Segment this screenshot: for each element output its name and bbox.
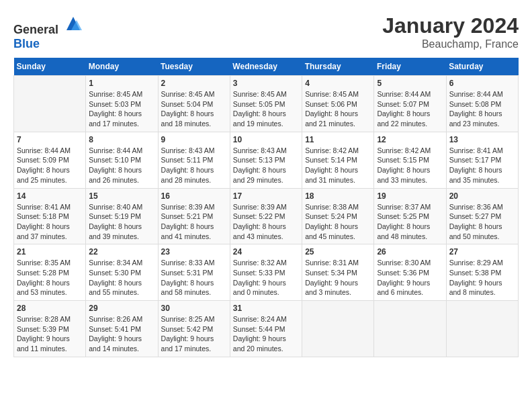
day-info: Sunrise: 8:25 AMSunset: 5:42 PMDaylight:… — [161, 314, 227, 354]
day-number: 14 — [17, 191, 83, 201]
calendar-cell: 4Sunrise: 8:45 AMSunset: 5:06 PMDaylight… — [302, 76, 374, 132]
calendar-week-3: 14Sunrise: 8:41 AMSunset: 5:18 PMDayligh… — [14, 188, 519, 244]
day-number: 15 — [89, 191, 154, 201]
calendar-cell: 23Sunrise: 8:33 AMSunset: 5:31 PMDayligh… — [158, 244, 230, 301]
day-info: Sunrise: 8:38 AMSunset: 5:24 PMDaylight:… — [305, 202, 371, 242]
logo: General Blue — [13, 13, 83, 51]
day-number: 10 — [233, 135, 299, 144]
calendar-cell: 20Sunrise: 8:36 AMSunset: 5:27 PMDayligh… — [446, 188, 518, 244]
day-info: Sunrise: 8:42 AMSunset: 5:15 PMDaylight:… — [377, 146, 443, 185]
page-header: General Blue January 2024 Beauchamp, Fra… — [13, 13, 519, 51]
calendar-cell: 17Sunrise: 8:39 AMSunset: 5:22 PMDayligh… — [230, 188, 302, 244]
day-number: 6 — [449, 79, 515, 88]
day-info: Sunrise: 8:45 AMSunset: 5:05 PMDaylight:… — [233, 89, 299, 129]
day-number: 29 — [89, 304, 154, 313]
calendar-week-2: 7Sunrise: 8:44 AMSunset: 5:09 PMDaylight… — [14, 132, 519, 188]
header-friday: Friday — [374, 58, 446, 76]
calendar-cell: 31Sunrise: 8:24 AMSunset: 5:44 PMDayligh… — [230, 301, 302, 357]
day-info: Sunrise: 8:43 AMSunset: 5:11 PMDaylight:… — [161, 146, 227, 185]
day-number: 26 — [377, 247, 443, 257]
calendar-cell: 30Sunrise: 8:25 AMSunset: 5:42 PMDayligh… — [158, 301, 230, 357]
calendar-cell: 12Sunrise: 8:42 AMSunset: 5:15 PMDayligh… — [374, 132, 446, 188]
calendar-cell: 16Sunrise: 8:39 AMSunset: 5:21 PMDayligh… — [158, 188, 230, 244]
calendar-cell: 14Sunrise: 8:41 AMSunset: 5:18 PMDayligh… — [14, 188, 86, 244]
logo-icon — [63, 13, 83, 34]
calendar-cell: 6Sunrise: 8:44 AMSunset: 5:08 PMDaylight… — [446, 76, 518, 132]
page-title: January 2024 — [382, 13, 519, 38]
day-info: Sunrise: 8:39 AMSunset: 5:21 PMDaylight:… — [161, 202, 227, 242]
calendar-cell: 5Sunrise: 8:44 AMSunset: 5:07 PMDaylight… — [374, 76, 446, 132]
day-info: Sunrise: 8:45 AMSunset: 5:06 PMDaylight:… — [305, 89, 371, 129]
day-number: 30 — [161, 304, 227, 313]
header-tuesday: Tuesday — [158, 58, 230, 76]
calendar-week-1: 1Sunrise: 8:45 AMSunset: 5:03 PMDaylight… — [14, 76, 519, 132]
logo-text: General Blue — [13, 13, 83, 51]
day-number: 18 — [305, 191, 371, 201]
day-info: Sunrise: 8:31 AMSunset: 5:34 PMDaylight:… — [305, 258, 371, 298]
day-info: Sunrise: 8:44 AMSunset: 5:07 PMDaylight:… — [377, 89, 443, 129]
day-info: Sunrise: 8:33 AMSunset: 5:31 PMDaylight:… — [161, 258, 227, 298]
day-info: Sunrise: 8:26 AMSunset: 5:41 PMDaylight:… — [89, 314, 154, 354]
day-number: 31 — [233, 304, 299, 313]
day-number: 3 — [233, 79, 299, 88]
calendar-cell: 21Sunrise: 8:35 AMSunset: 5:28 PMDayligh… — [14, 244, 86, 301]
calendar-week-4: 21Sunrise: 8:35 AMSunset: 5:28 PMDayligh… — [14, 244, 519, 301]
day-number: 28 — [17, 304, 83, 313]
day-info: Sunrise: 8:32 AMSunset: 5:33 PMDaylight:… — [233, 258, 299, 298]
day-number: 20 — [449, 191, 515, 201]
day-number: 27 — [449, 247, 515, 257]
day-number: 13 — [449, 135, 515, 144]
calendar-cell: 27Sunrise: 8:29 AMSunset: 5:38 PMDayligh… — [446, 244, 518, 301]
header-thursday: Thursday — [302, 58, 374, 76]
calendar-cell: 19Sunrise: 8:37 AMSunset: 5:25 PMDayligh… — [374, 188, 446, 244]
calendar-cell: 7Sunrise: 8:44 AMSunset: 5:09 PMDaylight… — [14, 132, 86, 188]
calendar-cell: 22Sunrise: 8:34 AMSunset: 5:30 PMDayligh… — [86, 244, 158, 301]
day-info: Sunrise: 8:35 AMSunset: 5:28 PMDaylight:… — [17, 258, 83, 298]
day-info: Sunrise: 8:44 AMSunset: 5:10 PMDaylight:… — [89, 146, 154, 185]
day-number: 11 — [305, 135, 371, 144]
page-subtitle: Beauchamp, France — [382, 38, 519, 50]
day-info: Sunrise: 8:44 AMSunset: 5:09 PMDaylight:… — [17, 146, 83, 185]
calendar-week-5: 28Sunrise: 8:28 AMSunset: 5:39 PMDayligh… — [14, 301, 519, 357]
calendar-cell: 25Sunrise: 8:31 AMSunset: 5:34 PMDayligh… — [302, 244, 374, 301]
day-info: Sunrise: 8:34 AMSunset: 5:30 PMDaylight:… — [89, 258, 154, 298]
day-number: 21 — [17, 247, 83, 257]
calendar-cell: 11Sunrise: 8:42 AMSunset: 5:14 PMDayligh… — [302, 132, 374, 188]
calendar-cell: 28Sunrise: 8:28 AMSunset: 5:39 PMDayligh… — [14, 301, 86, 357]
day-info: Sunrise: 8:28 AMSunset: 5:39 PMDaylight:… — [17, 314, 83, 354]
calendar-cell: 18Sunrise: 8:38 AMSunset: 5:24 PMDayligh… — [302, 188, 374, 244]
header-wednesday: Wednesday — [230, 58, 302, 76]
calendar-cell — [302, 301, 374, 357]
day-info: Sunrise: 8:39 AMSunset: 5:22 PMDaylight:… — [233, 202, 299, 242]
day-number: 22 — [89, 247, 154, 257]
calendar-cell: 13Sunrise: 8:41 AMSunset: 5:17 PMDayligh… — [446, 132, 518, 188]
calendar-cell: 1Sunrise: 8:45 AMSunset: 5:03 PMDaylight… — [86, 76, 158, 132]
day-number: 7 — [17, 135, 83, 144]
calendar-header-row: SundayMondayTuesdayWednesdayThursdayFrid… — [14, 58, 519, 76]
calendar-cell: 8Sunrise: 8:44 AMSunset: 5:10 PMDaylight… — [86, 132, 158, 188]
title-block: January 2024 Beauchamp, France — [382, 13, 519, 50]
day-info: Sunrise: 8:36 AMSunset: 5:27 PMDaylight:… — [449, 202, 515, 242]
day-number: 4 — [305, 79, 371, 88]
day-number: 17 — [233, 191, 299, 201]
calendar-cell — [446, 301, 518, 357]
calendar-cell: 15Sunrise: 8:40 AMSunset: 5:19 PMDayligh… — [86, 188, 158, 244]
calendar-cell — [14, 76, 86, 132]
day-info: Sunrise: 8:30 AMSunset: 5:36 PMDaylight:… — [377, 258, 443, 298]
logo-blue: Blue — [13, 37, 40, 50]
header-monday: Monday — [86, 58, 158, 76]
calendar-cell: 10Sunrise: 8:43 AMSunset: 5:13 PMDayligh… — [230, 132, 302, 188]
day-info: Sunrise: 8:41 AMSunset: 5:18 PMDaylight:… — [17, 202, 83, 242]
day-number: 1 — [89, 79, 154, 88]
day-number: 8 — [89, 135, 154, 144]
calendar-cell: 29Sunrise: 8:26 AMSunset: 5:41 PMDayligh… — [86, 301, 158, 357]
calendar-cell — [374, 301, 446, 357]
day-number: 25 — [305, 247, 371, 257]
day-number: 16 — [161, 191, 227, 201]
day-number: 23 — [161, 247, 227, 257]
day-info: Sunrise: 8:24 AMSunset: 5:44 PMDaylight:… — [233, 314, 299, 354]
day-info: Sunrise: 8:29 AMSunset: 5:38 PMDaylight:… — [449, 258, 515, 298]
day-info: Sunrise: 8:45 AMSunset: 5:03 PMDaylight:… — [89, 89, 154, 129]
day-info: Sunrise: 8:43 AMSunset: 5:13 PMDaylight:… — [233, 146, 299, 185]
calendar-table: SundayMondayTuesdayWednesdayThursdayFrid… — [13, 58, 519, 357]
